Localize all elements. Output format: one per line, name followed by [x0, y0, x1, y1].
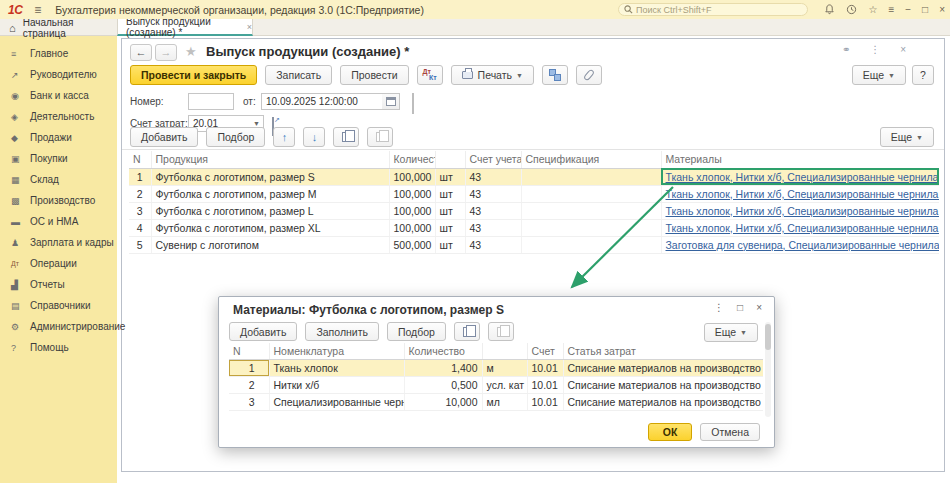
caret-down-icon: ▼ — [740, 329, 747, 336]
materials-link[interactable]: Ткань хлопок, Нитки х/б, Специализирован… — [666, 171, 940, 183]
print-button[interactable]: Печать▼ — [451, 65, 534, 85]
move-up-button[interactable]: ↑ — [273, 127, 295, 147]
calendar-button[interactable] — [382, 93, 400, 110]
sidebar-item-zarplata-kadry[interactable]: ♟Зарплата и кадры — [0, 232, 117, 253]
cancel-button[interactable]: Отмена — [700, 423, 760, 441]
dialog-more-button[interactable]: Еще▼ — [704, 323, 758, 342]
col-account[interactable]: Счет — [527, 343, 563, 359]
post-button[interactable]: Провести — [340, 65, 408, 85]
table-row[interactable]: 3 Футболка с логотипом, размер L 100,000… — [129, 202, 939, 219]
dialog-maximize-icon[interactable]: □ — [737, 302, 743, 313]
table-toolbar-right: Еще▼ — [880, 127, 934, 147]
table-more-button[interactable]: Еще▼ — [880, 127, 934, 147]
main-menu-icon[interactable]: ≡ — [34, 3, 41, 17]
move-down-button[interactable]: ↓ — [303, 127, 325, 147]
forward-button[interactable]: → — [155, 44, 177, 61]
col-account[interactable]: Счет учета — [465, 151, 521, 168]
table-row[interactable]: 2 Футболка с логотипом, размер M 100,000… — [129, 185, 939, 202]
attachments-button[interactable] — [576, 65, 602, 85]
col-unit[interactable] — [482, 343, 527, 359]
sidebar-item-bank-kassa[interactable]: ◉Банк и касса — [0, 85, 117, 106]
search-input[interactable] — [636, 5, 786, 15]
table-toolbar: Добавить Подбор ↑ ↓ — [130, 127, 393, 147]
table-row[interactable]: 5 Сувенир с логотипом 500,000 шт 43 Заго… — [129, 236, 939, 253]
global-search[interactable] — [618, 3, 808, 16]
functions-menu-icon[interactable]: ≡ — [888, 0, 894, 19]
col-unit[interactable] — [435, 151, 465, 168]
dropdown-arrow-icon[interactable]: ▼ — [253, 120, 260, 127]
date-input[interactable] — [261, 93, 383, 110]
dialog-table-row[interactable]: 1 Ткань хлопок 1,400 м 10.01 Списание ма… — [229, 359, 763, 376]
form-close-icon[interactable]: × — [900, 44, 906, 55]
col-materials[interactable]: Материалы — [661, 151, 939, 168]
sidebar-item-sklad[interactable]: ▦Склад — [0, 169, 117, 190]
favorites-star-icon[interactable]: ☆ — [868, 0, 877, 19]
delete-row-button[interactable] — [367, 127, 393, 147]
scrollbar-thumb[interactable] — [765, 324, 771, 350]
materials-link[interactable]: Ткань хлопок, Нитки х/б, Специализирован… — [666, 205, 940, 217]
copy-row-button[interactable] — [333, 127, 359, 147]
save-button[interactable]: Записать — [265, 65, 332, 85]
history-icon[interactable] — [846, 4, 857, 15]
sidebar-item-deyatelnost[interactable]: ◈Деятельность — [0, 106, 117, 127]
tab-home-label: Начальная страница — [23, 17, 117, 39]
more-button[interactable]: Еще▼ — [852, 65, 906, 85]
col-item[interactable]: Номенклатура — [269, 343, 404, 359]
dialog-pages-button[interactable] — [488, 322, 514, 341]
dialog-table-row[interactable]: 3 Специализированные чернил… 10,000 мл 1… — [229, 393, 763, 410]
col-qty[interactable]: Количество — [389, 151, 435, 168]
pick-button[interactable]: Подбор — [206, 127, 265, 147]
sidebar-item-rukovoditelyu[interactable]: ↗Руководителю — [0, 64, 117, 85]
section-sidebar: ≡Главное ↗Руководителю ◉Банк и касса ◈Де… — [0, 36, 117, 483]
tab-home-page[interactable]: ⌂ Начальная страница — [0, 19, 117, 36]
sidebar-item-operacii[interactable]: ДтОперации — [0, 253, 117, 274]
tab-close-icon[interactable]: × — [247, 22, 252, 32]
col-qty[interactable]: Количество — [404, 343, 482, 359]
dialog-table-row[interactable]: 2 Нитки х/б 0,500 усл. кат 10.01 Списани… — [229, 376, 763, 393]
sidebar-item-pomosch[interactable]: ?Помощь — [0, 337, 117, 358]
col-spec[interactable]: Спецификация — [521, 151, 661, 168]
col-cost-item[interactable]: Статья затрат — [563, 343, 763, 359]
sidebar-item-otchety[interactable]: ▟Отчеты — [0, 274, 117, 295]
sidebar-item-proizvodstvo[interactable]: ▩Производство — [0, 190, 117, 211]
sidebar-item-spravochniki[interactable]: ▤Справочники — [0, 295, 117, 316]
sidebar-item-administrirovanie[interactable]: ⚙Администрирование — [0, 316, 117, 337]
dialog-close-icon[interactable]: × — [756, 302, 762, 313]
materials-link[interactable]: Заготовка для сувенира, Специализированн… — [666, 239, 940, 251]
minimize-icon[interactable]: − — [905, 0, 911, 19]
get-link-icon[interactable]: ⚭ — [842, 44, 850, 55]
favorite-star-icon[interactable]: ★ — [185, 44, 197, 59]
sidebar-item-os-nma[interactable]: ▬ОС и НМА — [0, 211, 117, 232]
table-row[interactable]: 4 Футболка с логотипом, размер XL 100,00… — [129, 219, 939, 236]
maximize-icon[interactable]: □ — [922, 0, 928, 19]
dialog-pick-button[interactable]: Подбор — [387, 322, 446, 341]
help-button[interactable]: ? — [912, 65, 934, 85]
structure-report-button[interactable] — [542, 65, 568, 85]
number-input[interactable] — [188, 93, 234, 110]
notifications-bell-icon[interactable] — [824, 4, 835, 15]
materials-link[interactable]: Ткань хлопок, Нитки х/б, Специализирован… — [666, 188, 940, 200]
sidebar-item-prodazhi[interactable]: ◆Продажи — [0, 127, 117, 148]
materials-cell-highlighted[interactable]: Ткань хлопок, Нитки х/б, Специализирован… — [661, 168, 939, 185]
gear-icon: ⚙ — [11, 322, 30, 332]
more-dots-icon[interactable]: ⋮ — [870, 44, 880, 55]
dialog-scrollbar[interactable] — [765, 322, 771, 417]
materials-link[interactable]: Ткань хлопок, Нитки х/б, Специализирован… — [666, 222, 940, 234]
sidebar-item-glavnoe[interactable]: ≡Главное — [0, 43, 117, 64]
dialog-add-button[interactable]: Добавить — [229, 322, 297, 341]
sidebar-item-pokupki[interactable]: ▣Покупки — [0, 148, 117, 169]
col-product[interactable]: Продукция — [151, 151, 389, 168]
table-row[interactable]: 1 Футболка с логотипом, размер S 100,000… — [129, 168, 939, 185]
dialog-more-dots-icon[interactable]: ⋮ — [714, 302, 724, 313]
col-n[interactable]: N — [129, 151, 151, 168]
back-button[interactable]: ← — [130, 44, 152, 61]
post-and-close-button[interactable]: Провести и закрыть — [130, 65, 257, 85]
col-n[interactable]: N — [229, 343, 269, 359]
dtkt-entries-button[interactable]: ДтКт — [417, 65, 443, 85]
dialog-copy-button[interactable] — [454, 322, 480, 341]
dialog-fill-button[interactable]: Заполнить — [305, 322, 379, 341]
ok-button[interactable]: ОК — [648, 423, 693, 441]
add-row-button[interactable]: Добавить — [130, 127, 198, 147]
close-window-icon[interactable]: × — [939, 0, 945, 19]
tab-production-output[interactable]: Выпуск продукции (создание) * × — [117, 19, 253, 36]
